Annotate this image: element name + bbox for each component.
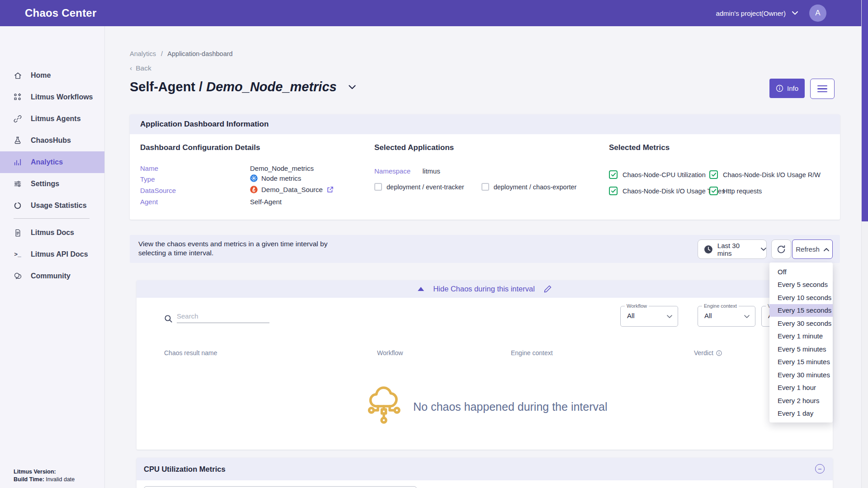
hamburger-icon <box>817 85 827 93</box>
cpu-section-header: CPU Utilization Metrics − <box>137 458 833 480</box>
analytics-icon <box>13 157 23 167</box>
menu-item[interactable]: Every 5 seconds <box>769 278 833 291</box>
avatar[interactable]: A <box>809 5 826 22</box>
agents-icon <box>13 114 23 124</box>
search-box <box>164 311 269 323</box>
home-icon <box>13 70 23 80</box>
time-interval-description: View the chaos events and metrics in a g… <box>138 239 344 258</box>
menu-item[interactable]: Every 10 seconds <box>769 291 833 304</box>
config-value-datasource: Demo_Data_Source <box>250 186 334 193</box>
node-metrics-icon <box>250 174 258 182</box>
metric-item: Http requests <box>709 187 762 195</box>
config-label-datasource: DataSource <box>140 187 176 194</box>
cpu-metric-selector[interactable] <box>144 486 417 488</box>
config-value-name: Demo_Node_metrics <box>250 164 314 172</box>
sidebar-item-community[interactable]: Community <box>0 265 104 287</box>
version-info: Litmus Version: Build Time: Invalid date <box>14 468 75 483</box>
terminal-icon: >_ <box>13 249 23 259</box>
menu-button[interactable] <box>810 79 835 99</box>
sidebar-item-settings[interactable]: Settings <box>0 173 104 195</box>
search-input[interactable] <box>177 311 269 323</box>
scrollbar-track[interactable] <box>861 0 868 488</box>
refresh-interval-button[interactable]: Refresh <box>792 239 833 259</box>
menu-item[interactable]: Every 30 seconds <box>769 317 833 330</box>
checkbox-checked-icon[interactable] <box>709 170 718 179</box>
menu-item[interactable]: Every 1 hour <box>769 381 833 394</box>
menu-item-off[interactable]: Off <box>769 265 833 278</box>
chat-icon <box>13 271 23 281</box>
workflow-filter-select[interactable]: Workflow All <box>620 306 678 327</box>
clock-icon <box>704 245 713 254</box>
application-checkbox-row: deployment / event-tracker deployment / … <box>374 183 576 191</box>
document-icon <box>13 228 23 238</box>
menu-item[interactable]: Every 15 minutes <box>769 356 833 369</box>
page-title: Self-Agent / Demo_Node_metrics <box>130 80 356 94</box>
menu-item[interactable]: Every 1 day <box>769 407 833 420</box>
chaos-table-card: Hide Chaos during this interval Workflow… <box>137 280 833 450</box>
sidebar-item-litmus-api-docs[interactable]: >_ Litmus API Docs <box>0 244 104 265</box>
column-header-verdict: Verdict <box>694 349 722 357</box>
chaos-center-app: Chaos Center admin's project(Owner) A Ho… <box>0 0 868 488</box>
sidebar-item-home[interactable]: Home <box>0 65 104 86</box>
column-header-engine-context: Engine context <box>511 349 553 357</box>
metric-item: Chaos-Node-Disk I/O Usage R/W <box>709 170 821 179</box>
refresh-now-button[interactable] <box>771 239 791 259</box>
sidebar-item-litmus-agents[interactable]: Litmus Agents <box>0 108 104 130</box>
time-range-button[interactable]: Last 30 mins <box>698 239 767 259</box>
empty-state: No chaos happened during the interval <box>367 385 607 428</box>
collapse-arrow-icon[interactable] <box>418 287 424 291</box>
menu-item[interactable]: Every 1 minute <box>769 330 833 343</box>
refresh-icon <box>776 244 786 254</box>
chevron-left-icon: ‹ <box>130 64 132 72</box>
sidebar: Home Litmus Workflows Litmus Agents Chao… <box>0 26 105 488</box>
checkbox-event-tracker[interactable] <box>374 183 382 191</box>
hide-chaos-toggle-bar[interactable]: Hide Chaos during this interval <box>137 280 833 298</box>
project-selector[interactable]: admin's project(Owner) <box>716 0 798 26</box>
engine-context-filter-select[interactable]: Engine context All <box>698 306 755 327</box>
dashboard-name: Demo_Node_metrics <box>206 80 337 94</box>
panel-header: Application Dashboard Information <box>130 114 840 134</box>
refresh-interval-menu: Off Every 5 seconds Every 10 seconds Eve… <box>769 263 833 422</box>
breadcrumb-analytics[interactable]: Analytics <box>130 50 156 57</box>
checkbox-chaos-exporter[interactable] <box>481 183 489 191</box>
app-title: Chaos Center <box>25 7 96 19</box>
menu-item[interactable]: Every 5 minutes <box>769 343 833 356</box>
sidebar-item-chaoshubs[interactable]: ChaosHubs <box>0 130 104 151</box>
search-icon <box>164 314 173 323</box>
applications-heading: Selected Applications <box>374 143 454 152</box>
back-link[interactable]: ‹Back <box>130 64 151 72</box>
info-icon <box>776 84 783 92</box>
sliders-icon <box>13 179 23 189</box>
breadcrumb: Analytics / Application-dashboard <box>130 50 233 57</box>
namespace-row: Namespace litmus <box>374 167 440 175</box>
checkbox-checked-icon[interactable] <box>709 187 718 195</box>
chevron-down-icon <box>761 248 766 251</box>
external-link-icon[interactable] <box>326 186 334 193</box>
menu-item[interactable]: Every 30 minutes <box>769 368 833 381</box>
config-label-agent: Agent <box>140 198 158 206</box>
checkbox-checked-icon[interactable] <box>609 187 618 195</box>
title-dropdown-chevron-icon[interactable] <box>349 85 356 89</box>
chevron-up-icon <box>824 248 829 251</box>
sidebar-divider <box>14 218 90 219</box>
dashboard-info-panel: Application Dashboard Information Dashbo… <box>130 114 840 220</box>
collapse-section-button[interactable]: − <box>815 464 825 474</box>
column-header-chaos-result-name: Chaos result name <box>164 349 217 357</box>
project-name: admin's project(Owner) <box>716 9 786 17</box>
sidebar-item-litmus-docs[interactable]: Litmus Docs <box>0 222 104 244</box>
edit-pencil-icon[interactable] <box>544 285 552 293</box>
checkbox-checked-icon[interactable] <box>609 170 618 179</box>
sidebar-item-analytics[interactable]: Analytics <box>0 151 104 173</box>
config-label-type: Type <box>140 175 155 183</box>
info-button[interactable]: Info <box>769 79 805 98</box>
config-value-type: Node metrics <box>250 174 301 182</box>
info-circle-icon <box>716 350 722 356</box>
scrollbar-thumb[interactable] <box>862 0 868 221</box>
menu-item[interactable]: Every 2 hours <box>769 394 833 407</box>
sidebar-item-litmus-workflows[interactable]: Litmus Workflows <box>0 86 104 108</box>
sidebar-item-usage-statistics[interactable]: Usage Statistics <box>0 195 104 216</box>
metrics-heading: Selected Metrics <box>609 143 670 152</box>
breadcrumb-current: Application-dashboard <box>167 50 232 57</box>
metric-item: Chaos-Node-Disk I/O Usage Times <box>609 187 725 195</box>
menu-item-selected[interactable]: Every 15 seconds <box>769 304 833 317</box>
